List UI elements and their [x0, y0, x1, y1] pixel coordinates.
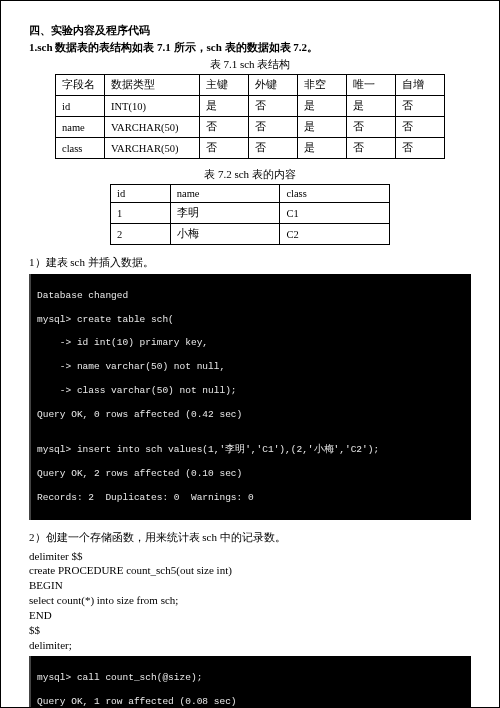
table-row: name VARCHAR(50) 否 否 是 否 否	[56, 117, 445, 138]
table-72: id name class 1 李明 C1 2 小梅 C2	[110, 184, 390, 245]
table-row: 2 小梅 C2	[111, 224, 390, 245]
table-row: 1 李明 C1	[111, 203, 390, 224]
table-71: 字段名 数据类型 主键 外键 非空 唯一 自增 id INT(10) 是 否 是…	[55, 74, 445, 159]
step2-text: 2）创建一个存储函数，用来统计表 sch 中的记录数。	[29, 530, 471, 545]
table-row: id INT(10) 是 否 是 是 否	[56, 96, 445, 117]
table72-caption: 表 7.2 sch 表的内容	[29, 167, 471, 182]
item1-heading: 1.sch 数据表的表结构如表 7.1 所示，sch 表的数据如表 7.2。	[29, 40, 471, 55]
terminal-block-2: mysql> call count_sch(@size); Query OK, …	[29, 656, 471, 708]
code-block-2: delimiter $$ create PROCEDURE count_sch5…	[29, 549, 471, 653]
section-heading: 四、实验内容及程序代码	[29, 23, 471, 38]
table-row: id name class	[111, 185, 390, 203]
step1-text: 1）建表 sch 并插入数据。	[29, 255, 471, 270]
table-row: 字段名 数据类型 主键 外键 非空 唯一 自增	[56, 75, 445, 96]
table-row: class VARCHAR(50) 否 否 是 否 否	[56, 138, 445, 159]
terminal-block-1: Database changed mysql> create table sch…	[29, 274, 471, 520]
table71-caption: 表 7.1 sch 表结构	[29, 57, 471, 72]
